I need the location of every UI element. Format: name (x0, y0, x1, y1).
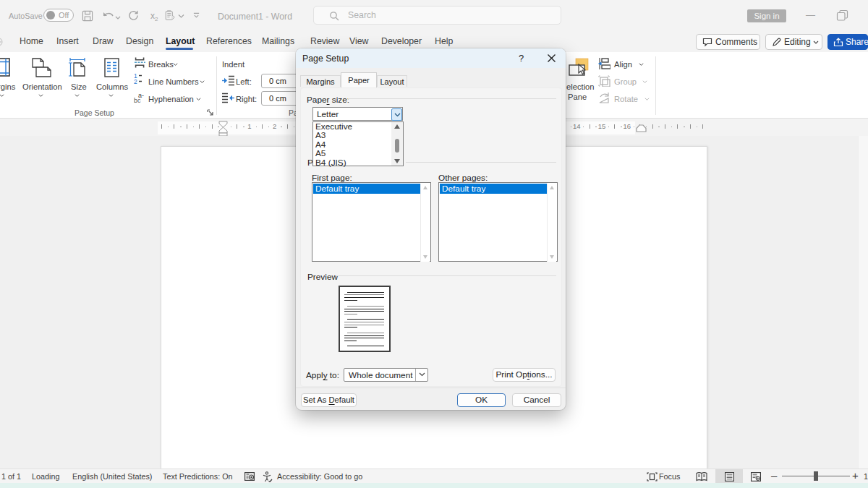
svg-text:2: 2 (134, 78, 137, 84)
svg-text:bc: bc (134, 97, 141, 103)
